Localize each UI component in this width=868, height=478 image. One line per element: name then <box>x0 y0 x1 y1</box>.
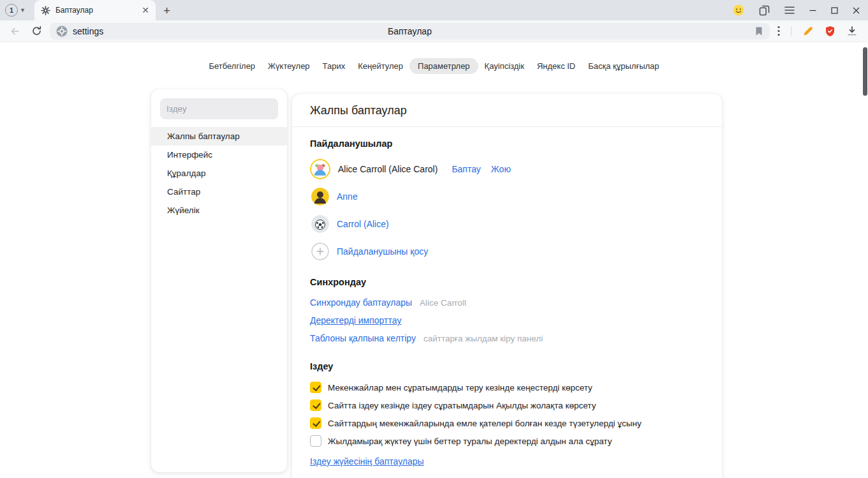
avatar-alice-carroll[interactable] <box>310 159 330 179</box>
sync-note: Alice Carroll <box>420 298 466 308</box>
import-data-link[interactable]: Деректерді импорттау <box>310 315 401 325</box>
tabs-panel-icon[interactable] <box>759 5 770 16</box>
settings-top-nav: Бетбелгілер Жүктеулер Тарих Кеңейтулер П… <box>0 58 868 74</box>
search-settings-section: Іздеу Мекенжайлар мен сұратымдарды теру … <box>310 361 704 467</box>
chevron-down-icon[interactable]: ▼ <box>20 7 26 13</box>
sync-settings-link[interactable]: Синхрондау баптаулары <box>310 297 412 308</box>
download-icon[interactable] <box>846 26 858 36</box>
user-configure-link[interactable]: Баптау <box>452 164 480 174</box>
nav-tab-downloads[interactable]: Жүктеулер <box>261 58 316 74</box>
user-name: Alice Carroll (Alice Carol) <box>338 164 438 174</box>
option-label: Сайтта іздеу кезінде іздеу сұратымдарын … <box>328 401 596 410</box>
settings-panel: Жалпы баптаулар Пайдаланушылар <box>292 94 722 478</box>
nav-tab-extensions[interactable]: Кеңейтулер <box>351 58 409 74</box>
user-row-carrol: Carrol (Alice) <box>310 214 704 234</box>
settings-page: Бетбелгілер Жүктеулер Тарих Кеңейтулер П… <box>0 42 868 478</box>
users-section: Пайдаланушылар Alice Carroll (Alice <box>310 138 704 262</box>
protect-shield-icon[interactable] <box>825 26 835 37</box>
browser-window: 1 ▼ Баптаулар ✕ + <box>0 0 868 478</box>
sync-note: сайттарға жылдам кіру панелі <box>423 334 543 343</box>
search-option-row[interactable]: Жылдамырақ жүктеу үшін беттер туралы дер… <box>310 435 704 447</box>
scrollbar-thumb[interactable] <box>863 47 867 96</box>
address-bar[interactable]: settings Баптаулар <box>50 23 770 40</box>
user-link[interactable]: Anne <box>337 191 358 202</box>
menu-icon[interactable] <box>784 6 795 14</box>
browser-tab-settings[interactable]: Баптаулар ✕ <box>34 0 156 20</box>
toolbar-actions <box>775 26 862 37</box>
search-engine-settings-row: Іздеу жүйесінің баптаулары <box>310 456 704 467</box>
user-row-anne: Anne <box>310 186 704 207</box>
back-icon[interactable] <box>6 23 23 40</box>
avatar-carrol[interactable] <box>311 215 329 233</box>
tab-count-badge[interactable]: 1 <box>5 4 18 17</box>
reload-icon[interactable] <box>28 23 45 40</box>
close-icon[interactable] <box>853 7 860 14</box>
tabbar-controls <box>733 4 868 16</box>
sidebar-item-sites[interactable]: Сайттар <box>151 183 287 201</box>
option-label: Сайттардың мекенжайларында емле қателері… <box>328 419 642 428</box>
search-heading: Іздеу <box>310 361 704 371</box>
new-tab-button[interactable]: + <box>163 4 170 17</box>
users-heading: Пайдаланушылар <box>310 138 704 149</box>
add-user-link[interactable]: Пайдаланушыны қосу <box>337 246 428 257</box>
add-user-icon[interactable] <box>311 243 329 260</box>
user-remove-link[interactable]: Жою <box>491 164 511 174</box>
sidebar-item-interface[interactable]: Интерфейс <box>151 146 287 164</box>
sync-row: Деректерді импорттау <box>310 315 704 325</box>
search-option-row[interactable]: Сайтта іздеу кезінде іздеу сұратымдарын … <box>310 400 704 411</box>
option-label: Мекенжайлар мен сұратымдарды теру кезінд… <box>328 383 592 392</box>
sync-heading: Синхрондау <box>310 277 704 287</box>
checkbox-site-search[interactable] <box>310 400 321 411</box>
sync-section: Синхрондау Синхрондау баптаулары Alice C… <box>310 277 704 343</box>
sidebar-item-system[interactable]: Жүйелік <box>151 201 287 220</box>
user-row-primary: Alice Carroll (Alice Carol) Баптау Жою <box>310 159 704 179</box>
minimize-icon[interactable] <box>809 7 816 14</box>
nav-tab-settings[interactable]: Параметрлер <box>409 58 478 74</box>
pencil-icon[interactable] <box>802 26 814 37</box>
sidebar-item-general[interactable]: Жалпы баптаулар <box>151 127 287 146</box>
panel-title: Жалпы баптаулар <box>292 94 722 127</box>
bookmark-flag-icon[interactable] <box>754 26 763 36</box>
page-title-centered: Баптаулар <box>50 26 770 36</box>
tab-close-icon[interactable]: ✕ <box>142 6 149 15</box>
maximize-icon[interactable] <box>831 7 838 14</box>
gear-favicon-icon <box>41 6 50 15</box>
sync-row: Таблоны қалпына келтіру сайттарға жылдам… <box>310 333 704 343</box>
checkbox-spelling[interactable] <box>310 417 321 429</box>
url-text[interactable]: settings <box>73 26 103 36</box>
sidebar-item-tools[interactable]: Құралдар <box>151 164 287 183</box>
search-option-row[interactable]: Сайттардың мекенжайларында емле қателері… <box>310 417 704 429</box>
nav-tab-security[interactable]: Қауіпсіздік <box>478 58 531 74</box>
add-user-row[interactable]: Пайдаланушыны қосу <box>310 241 704 262</box>
search-input[interactable] <box>160 98 278 119</box>
nav-tab-yandex-id[interactable]: Яндекс ID <box>531 58 582 74</box>
avatar-anne[interactable] <box>311 188 329 205</box>
tab-bar: 1 ▼ Баптаулар ✕ + <box>0 0 868 20</box>
nav-tab-bookmarks[interactable]: Бетбелгілер <box>202 58 261 74</box>
address-toolbar: settings Баптаулар <box>0 20 868 42</box>
smiley-icon[interactable] <box>733 4 744 16</box>
tab-group-counter[interactable]: 1 ▼ <box>5 4 26 17</box>
user-link[interactable]: Carrol (Alice) <box>337 219 389 229</box>
search-option-row[interactable]: Мекенжайлар мен сұратымдарды теру кезінд… <box>310 382 704 393</box>
sync-row: Синхрондау баптаулары Alice Carroll <box>310 297 704 308</box>
nav-tab-other-devices[interactable]: Басқа құрылғылар <box>582 58 665 74</box>
toolbar-divider <box>791 26 791 36</box>
checkbox-prefetch[interactable] <box>310 435 321 447</box>
more-dots-icon[interactable] <box>777 26 780 36</box>
option-label: Жылдамырақ жүктеу үшін беттер туралы дер… <box>328 437 612 446</box>
restore-tableau-link[interactable]: Таблоны қалпына келтіру <box>310 333 416 343</box>
nav-tab-history[interactable]: Тарих <box>316 58 352 74</box>
tab-title: Баптаулар <box>55 6 136 15</box>
search-engine-settings-link[interactable]: Іздеу жүйесінің баптаулары <box>310 456 424 467</box>
settings-sidebar: Жалпы баптаулар Интерфейс Құралдар Сайтт… <box>151 89 287 472</box>
checkbox-suggestions[interactable] <box>310 382 321 393</box>
